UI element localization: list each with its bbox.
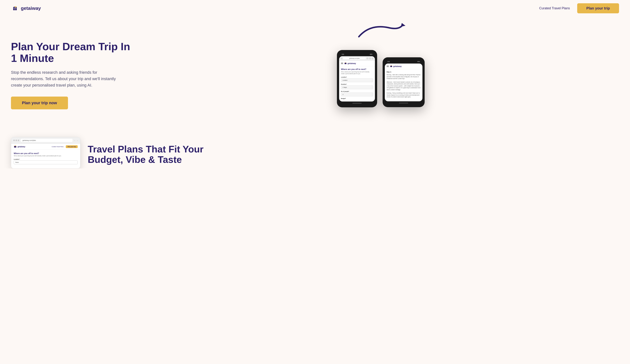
hamburger-icon-right [386, 65, 389, 67]
browser-content: getaiway Curated Travel Plans Plan your … [11, 144, 80, 168]
browser-inner-logo: getaiway [14, 145, 25, 148]
app-logo-icon-left [344, 62, 347, 65]
day-label: Day 1: [386, 71, 420, 73]
browser-address-bar[interactable]: getaiway.com/plan [21, 139, 72, 142]
browser-share-icon [366, 57, 368, 59]
phone-time-left: 3:51 [342, 54, 344, 55]
browser-logo-text: getaiway [18, 146, 25, 148]
browser-tabs-icon [369, 57, 371, 59]
brand-name: getaiway [21, 5, 41, 11]
browser-form-title: Where are you off to next? [14, 152, 78, 154]
phone-status-bar-right: 3:51 45% [385, 59, 422, 63]
app-content-left: Where are you off to next? Tell us about… [339, 66, 375, 101]
phone-battery-right: 45% [417, 61, 420, 62]
section-title: Travel Plans That Fit Your Budget, Vibe … [88, 144, 619, 165]
app-header-left: getaiway [339, 61, 375, 66]
people-input[interactable]: 2 [341, 92, 373, 96]
nav-curated-plans[interactable]: Curated Travel Plans [539, 6, 570, 10]
browser-top-bar: getaiway.com/plan ← → [11, 137, 80, 144]
bottom-section: getaiway.com/plan ← → getaiway Curated [0, 137, 630, 168]
phone-battery-left: 45% [370, 54, 372, 55]
browser-nav-buttons: ← → [74, 140, 78, 141]
browser-location-input[interactable]: Paris [14, 160, 78, 164]
browser-inner-nav: getaiway Curated Travel Plans Plan your … [11, 144, 80, 150]
browser-form-subtitle: Tell us about your upcoming trip and wil… [14, 155, 78, 156]
hero-cta-button[interactable]: Plan your trip now [11, 97, 68, 109]
app-logo-text-left: getaiway [348, 62, 356, 64]
app-logo-small-right: getaiway [390, 65, 402, 67]
budget-label: Budget* [341, 98, 373, 99]
browser-inner-logo-icon [14, 145, 17, 148]
itinerary-header: getaiway [385, 63, 422, 69]
duration-input[interactable]: 2 days [341, 85, 373, 89]
phones-container: 3:51 45% getaiway.com/plan [337, 46, 425, 107]
phone-mockup-right: 3:51 45% get [382, 57, 425, 107]
location-input[interactable]: London [341, 78, 373, 82]
nav-cta-button[interactable]: Plan your trip [577, 3, 619, 13]
phone-status-bar-left: 3:51 45% [339, 52, 375, 56]
browser-dot-red [13, 140, 15, 141]
phone-mockup-left: 3:51 45% getaiway.com/plan [337, 50, 377, 107]
section-title-line2: Budget, Vibe & Taste [88, 154, 182, 165]
logo-area[interactable]: getaiway [11, 4, 41, 12]
phone-screen-left: getaiway.com/plan [339, 56, 375, 101]
phone-bottom-bar-right [385, 101, 422, 105]
browser-mockup: getaiway.com/plan ← → getaiway Curated [11, 137, 80, 168]
svg-marker-5 [401, 23, 406, 27]
afternoon-text: Afternoon - Visit Covent Garden's eclect… [386, 81, 420, 91]
browser-back-btn[interactable]: ← [74, 140, 76, 141]
phone-browser-bar-left: getaiway.com/plan [339, 56, 375, 61]
phone-screen-right: getaiway Day 1: Morning - Start with a r… [385, 63, 422, 101]
hero-section: Plan Your Dream Trip In 1 Minute Stop th… [0, 16, 630, 130]
browser-nav-curated[interactable]: Curated Travel Plans [52, 146, 64, 147]
section-title-line1: Travel Plans That Fit Your [88, 144, 204, 154]
app-subtext-left: Tell us about your upcoming trip and we'… [341, 71, 373, 75]
phone-time-right: 3:51 [387, 61, 390, 62]
hero-right: 3:51 45% getaiway.com/plan [142, 24, 619, 119]
curved-arrow-icon [355, 22, 406, 40]
browser-form-area: Where are you off to next? Tell us about… [11, 150, 80, 168]
duration-label: Duration* [341, 84, 373, 85]
phone-bottom-bar-left [339, 101, 375, 105]
hero-title: Plan Your Dream Trip In 1 Minute [11, 41, 135, 64]
app-logo-small-left: getaiway [344, 62, 356, 65]
people-label: No of people* [341, 91, 373, 92]
hero-subtitle: Stop the endless research and asking fri… [11, 69, 117, 88]
browser-forward-btn[interactable]: → [76, 140, 78, 141]
app-logo-text-right: getaiway [393, 65, 402, 67]
logo-icon [11, 4, 19, 12]
nav-right: Curated Travel Plans Plan your trip [539, 3, 619, 13]
hero-left: Plan Your Dream Trip In 1 Minute Stop th… [11, 33, 135, 109]
browser-inner-nav-links: Curated Travel Plans Plan your trip [52, 145, 78, 148]
bottom-right: Travel Plans That Fit Your Budget, Vibe … [88, 144, 619, 168]
browser-menu-icon [372, 57, 374, 59]
browser-cta-small[interactable]: Plan your trip [66, 145, 78, 148]
hamburger-icon [341, 63, 343, 64]
navbar: getaiway Curated Travel Plans Plan your … [0, 0, 630, 16]
itinerary-content: Day 1: Morning - Start with a relaxing w… [385, 69, 422, 101]
browser-dot-yellow [16, 140, 17, 141]
browser-url-left: getaiway.com/plan [343, 57, 366, 59]
location-label: Location* [341, 76, 373, 78]
browser-dot-green [18, 140, 19, 141]
browser-location-label: Location* [14, 159, 78, 160]
app-logo-icon-right [390, 65, 392, 67]
browser-dots [13, 140, 19, 141]
evening-text: Evening - Fancy something a bit more liv… [386, 92, 420, 98]
home-indicator-right [399, 103, 408, 103]
home-indicator-left [352, 103, 362, 103]
app-question-left: Where are you off to next? [341, 68, 373, 70]
browser-home-icon [340, 57, 342, 59]
morning-text: Morning - Start with a relaxing walk alo… [386, 74, 420, 80]
